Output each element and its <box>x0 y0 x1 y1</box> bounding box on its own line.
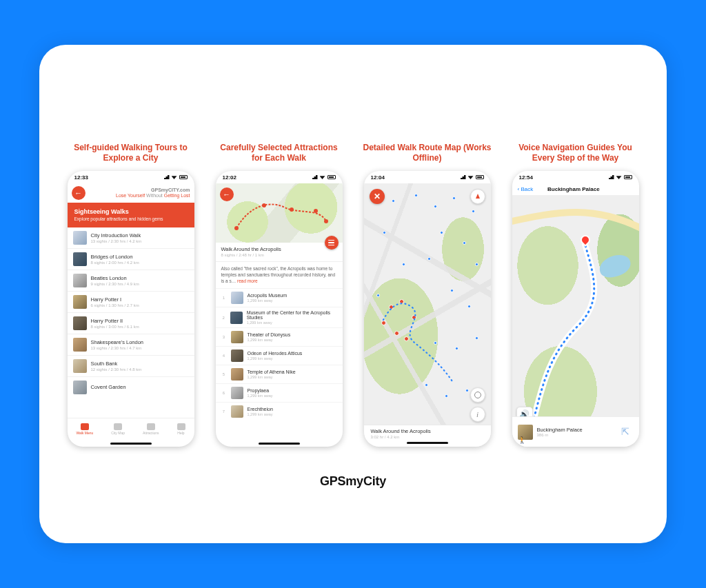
list-item[interactable]: 3Theater of Dionysus1,299 km away <box>216 327 343 346</box>
locate-button[interactable] <box>470 387 485 403</box>
walk-name: Bridges of London <box>91 254 139 260</box>
walk-meta: 13 sights / 2:30 hrs / 4.2 km <box>91 239 142 243</box>
attraction-thumb <box>230 312 243 324</box>
info-button[interactable]: i <box>470 407 485 422</box>
destination-meta: 386 m <box>537 433 583 437</box>
walk-meta: 8 sights / 2:00 hrs / 4.2 km <box>91 261 139 265</box>
status-icons <box>459 175 484 179</box>
list-item[interactable]: 7Erechtheion1,299 km away <box>216 402 343 420</box>
status-bar: 12:04 <box>364 171 491 183</box>
walk-preview-map[interactable]: ← <box>216 183 343 243</box>
list-item[interactable]: Beatles London9 sights / 2:30 hrs / 4.9 … <box>68 270 194 291</box>
attraction-meta: 1,299 km away <box>248 356 303 361</box>
app-header: ← GPSmyCITY.com Lose Yourself Without Ge… <box>68 183 194 203</box>
attraction-thumb <box>231 368 243 381</box>
brand-tagline: Lose Yourself Without Getting Lost <box>90 193 190 199</box>
status-bar: 12:33 <box>68 171 194 183</box>
status-time: 12:04 <box>371 174 385 181</box>
tab-help[interactable]: Help <box>177 423 185 435</box>
list-item[interactable]: 1Acropolis Museum1,299 km away <box>216 288 343 307</box>
tab-walk-menu[interactable]: Walk Menu <box>76 423 93 435</box>
walk-meta: 9 sights / 2:30 hrs / 4.9 km <box>91 282 139 286</box>
walk-name: Shakespeare's London <box>91 339 144 345</box>
wifi-icon <box>468 175 474 179</box>
route-map[interactable]: ✕ i <box>364 183 491 447</box>
back-button[interactable]: ← <box>72 186 85 200</box>
svg-point-4 <box>324 219 328 223</box>
tab-city-map[interactable]: City Map <box>111 423 125 435</box>
caption-4: Voice Navigation Guides You Every Step o… <box>508 141 643 165</box>
battery-icon <box>179 175 188 179</box>
walk-title: Walk Around the Acropolis <box>221 246 337 252</box>
signal-icon <box>607 175 614 179</box>
list-item[interactable]: 2Museum of the Center for the Acropolis … <box>216 307 343 327</box>
list-item[interactable]: 5Temple of Athena Nike1,299 km away <box>216 365 343 383</box>
destination-bottom-bar[interactable]: Buckingham Palace 386 m ⇱ 🚶 <box>512 416 639 447</box>
category-banner[interactable]: Sightseeing Walks Explore popular attrac… <box>68 203 194 227</box>
list-item[interactable]: Covent Garden <box>68 376 194 398</box>
status-time: 12:02 <box>223 174 236 181</box>
back-link[interactable]: ‹ Back <box>518 186 534 192</box>
walk-meta: 8 sights / 2:48 hr / 1 km <box>221 253 337 257</box>
attraction-thumb <box>231 331 243 343</box>
status-icons <box>311 175 336 179</box>
home-indicator[interactable] <box>110 443 152 445</box>
list-item[interactable]: South Bank12 sights / 2:30 hrs / 4.8 km <box>68 355 194 376</box>
battery-icon <box>624 175 632 179</box>
brand-url: GPSmyCITY.com <box>90 187 190 193</box>
attraction-thumb <box>231 405 243 418</box>
walk-thumb <box>73 252 87 266</box>
list-item[interactable]: Harry Potter I6 sights / 1:30 hrs / 2.7 … <box>68 291 194 312</box>
list-item[interactable]: 6Propylaea1,299 km away <box>216 383 343 402</box>
walk-thumb <box>73 359 87 373</box>
signal-icon <box>163 175 170 179</box>
wifi-icon <box>172 175 177 179</box>
attraction-name: Temple of Athena Nike <box>248 369 296 374</box>
walk-bottom-bar[interactable]: Walk Around the Acropolis 3:02 hr / 4.2 … <box>364 425 491 447</box>
phone-1-wrap: Self-guided Walking Tours to Explore a C… <box>63 141 198 447</box>
status-time: 12:54 <box>519 174 533 181</box>
caption-3: Detailed Walk Route Map (Works Offline) <box>360 141 494 165</box>
list-item[interactable]: City Introduction Walk13 sights / 2:30 h… <box>68 227 194 248</box>
walk-thumb <box>73 316 87 330</box>
wifi-icon <box>616 175 622 179</box>
walk-name: South Bank <box>91 361 142 367</box>
walk-meta: 12 sights / 2:30 hrs / 4.8 km <box>91 367 142 372</box>
home-indicator[interactable] <box>407 442 448 444</box>
attraction-meta: 1,299 km away <box>248 412 273 416</box>
attraction-name: Acropolis Museum <box>248 293 288 298</box>
tab-attractions[interactable]: Attractions <box>143 423 159 435</box>
walk-name: Beatles London <box>91 275 139 281</box>
brand-block: GPSmyCITY.com Lose Yourself Without Gett… <box>90 187 190 198</box>
phone-3: 12:04 ✕ <box>364 171 491 447</box>
phone-4: 12:54 ‹ Back Buckingham Palace <box>512 171 639 447</box>
list-item[interactable]: 4Odeon of Herodes Atticus1,299 km away <box>216 346 343 365</box>
svg-point-3 <box>314 209 318 213</box>
tab-bar: Walk Menu City Map Attractions Help <box>68 418 194 440</box>
help-icon <box>177 423 185 430</box>
phone-3-wrap: Detailed Walk Route Map (Works Offline) … <box>360 141 494 447</box>
attraction-name: Propylaea <box>248 388 273 393</box>
read-more-link[interactable]: read more <box>237 278 258 283</box>
list-item[interactable]: Harry Potter II8 sights / 3:00 hrs / 6.1… <box>68 312 194 334</box>
walks-list[interactable]: City Introduction Walk13 sights / 2:30 h… <box>68 227 194 418</box>
attraction-meta: 1,299 km away <box>248 394 273 398</box>
navigation-map[interactable]: 🔊 Buckingham Palace 386 m ⇱ 🚶 <box>512 195 639 447</box>
phone-2: 12:02 ← Walk Around the Acropolis 8 sigh… <box>216 171 343 447</box>
attractions-list[interactable]: 1Acropolis Museum1,299 km away 2Museum o… <box>216 288 343 440</box>
list-item[interactable]: Shakespeare's London13 sights / 2:30 hrs… <box>68 334 194 355</box>
attractions-icon <box>147 423 155 430</box>
caption-2: Carefully Selected Attractions for Each … <box>212 141 346 165</box>
attraction-meta: 1,299 km away <box>248 298 288 303</box>
nav-title: Buckingham Palace <box>533 186 614 192</box>
phone-1: 12:33 ← GPSmyCITY.com Lose Yourself With… <box>68 171 194 447</box>
menu-fab[interactable] <box>325 236 339 250</box>
route-line-icon <box>216 183 343 243</box>
home-indicator[interactable] <box>259 443 300 445</box>
walk-name: Harry Potter I <box>91 296 139 303</box>
directions-icon[interactable]: ⇱ <box>621 426 634 438</box>
list-item[interactable]: Bridges of London8 sights / 2:00 hrs / 4… <box>68 248 194 270</box>
attraction-meta: 1,299 km away <box>248 338 291 342</box>
banner-subtitle: Explore popular attractions and hidden g… <box>74 216 188 222</box>
walk-description: Also called "the sacred rock", the Acrop… <box>216 262 343 288</box>
